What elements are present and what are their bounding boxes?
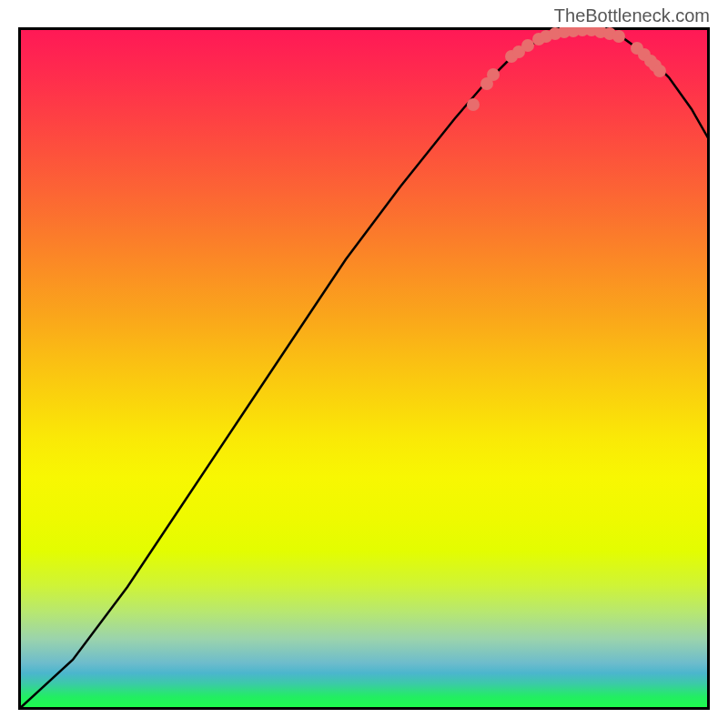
watermark-text: TheBottleneck.com: [554, 5, 710, 26]
gradient-chart-background: [18, 27, 710, 710]
